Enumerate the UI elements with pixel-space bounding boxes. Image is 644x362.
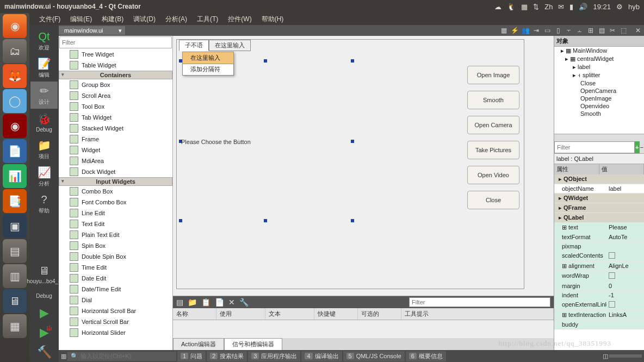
gear-icon[interactable]: ⚙ <box>616 3 623 11</box>
widget-item[interactable]: Scroll Area <box>59 90 172 101</box>
menu-file[interactable]: 文件(F) <box>35 14 65 25</box>
widget-item[interactable]: Horizontal Scroll Bar <box>59 305 172 316</box>
build-button[interactable]: 🔨 <box>30 342 58 362</box>
selection-handle[interactable] <box>264 219 267 222</box>
property-row[interactable]: ⊞ textInteractionFlagsLinksA <box>554 310 644 320</box>
property-row[interactable]: indent-1 <box>554 291 644 300</box>
widget-item[interactable]: Time Edit <box>59 262 172 273</box>
property-row[interactable]: textFormatAutoTe <box>554 233 644 242</box>
add-property-button[interactable]: + <box>635 141 640 153</box>
action-new-icon[interactable]: ▤ <box>176 298 183 307</box>
selection-handle[interactable] <box>351 219 354 222</box>
widget-item[interactable]: Date Edit <box>59 273 172 284</box>
tree-node[interactable]: ▸ ⫞ splitter <box>554 71 644 79</box>
property-row[interactable]: ⊞ textPlease <box>554 223 644 233</box>
launcher-app3-icon[interactable]: ▥ <box>3 264 27 288</box>
document-tab[interactable]: mainwindow.ui ▾ <box>59 26 125 35</box>
lang-indicator[interactable]: Zh <box>544 3 553 11</box>
menu-analyze[interactable]: 分析(A) <box>161 14 191 25</box>
object-tree-scrollbar[interactable] <box>554 134 644 141</box>
widget-item[interactable]: Dial <box>59 295 172 305</box>
widgetbox-filter-input[interactable] <box>59 36 172 48</box>
property-row[interactable]: openExternalLinks <box>554 300 644 310</box>
tool-vsplit-icon[interactable]: ⫠ <box>575 26 584 35</box>
locator[interactable]: 🔍 <box>67 352 176 361</box>
property-row[interactable]: buddy <box>554 320 644 329</box>
property-filter-input[interactable] <box>554 141 635 153</box>
design-canvas[interactable]: 子不语 在这里输入 在这里输入 添加分隔符 Please Choo <box>173 36 554 296</box>
widget-item[interactable]: Spin Box <box>59 240 172 251</box>
tool-hlayout-icon[interactable]: ▭ <box>543 26 552 35</box>
col-prop-value[interactable]: 值 <box>599 164 645 174</box>
calendar-icon[interactable]: ▦ <box>521 3 528 11</box>
action-paste-icon[interactable]: 📄 <box>215 298 224 307</box>
property-row[interactable]: objectNamelabel <box>554 184 644 194</box>
volume-icon[interactable]: 🔊 <box>579 3 587 11</box>
mode-edit[interactable]: 📝编辑 <box>30 54 58 82</box>
launcher-app-icon[interactable]: ◉ <box>3 114 27 138</box>
debug-run-button[interactable]: ▶🐞 <box>30 323 58 342</box>
property-row[interactable]: scaledContents <box>554 251 644 261</box>
run-button[interactable]: ▶ <box>30 303 58 323</box>
status-split-icon[interactable]: ◫ <box>603 353 608 360</box>
clock[interactable]: 19:21 <box>593 3 611 11</box>
tree-node[interactable]: Smooth <box>554 110 644 117</box>
widget-item[interactable]: Table Widget <box>59 60 172 71</box>
widget-item[interactable]: Group Box <box>59 79 172 90</box>
tree-node[interactable]: Openvideo <box>554 102 644 110</box>
widget-item[interactable]: Combo Box <box>59 186 172 197</box>
menu-widgets[interactable]: 控件(W) <box>224 14 256 25</box>
menu-edit[interactable]: 编辑(E) <box>66 14 96 25</box>
launcher-dash-icon[interactable]: ◉ <box>3 14 27 38</box>
kit-selector[interactable]: 🖥houyu...bo4_4 <box>30 261 58 288</box>
widget-item[interactable]: Line Edit <box>59 208 172 219</box>
tab-action-editor[interactable]: Action编辑器 <box>173 338 224 350</box>
property-row[interactable]: margin0 <box>554 282 644 291</box>
user-name[interactable]: hyb <box>628 3 640 11</box>
tree-node[interactable]: ▸ label <box>554 63 644 71</box>
property-section[interactable]: QWidget <box>554 194 644 203</box>
mode-help[interactable]: ?帮助 <box>30 190 58 217</box>
tree-node[interactable]: Close <box>554 79 644 87</box>
tool-signals-icon[interactable]: ⚡ <box>510 26 519 35</box>
menu-tools[interactable]: 工具(T) <box>193 14 222 25</box>
widget-item[interactable]: MdiArea <box>59 155 172 166</box>
mode-welcome[interactable]: Qt欢迎 <box>30 27 58 54</box>
property-row[interactable]: ⊞ alignmentAlignLe <box>554 261 644 271</box>
menu-popup-item[interactable]: 添加分隔符 <box>183 64 233 75</box>
widget-item[interactable]: Font Combo Box <box>59 197 172 208</box>
form-label[interactable]: Please Choose the Button <box>181 139 251 145</box>
tree-node[interactable]: OpenImage <box>554 95 644 102</box>
launcher-files-icon[interactable]: 🗂 <box>3 39 27 63</box>
output-pane-tab[interactable]: 3应用程序输出 <box>248 351 300 361</box>
mode-debug[interactable]: 🐞Debug <box>30 109 58 136</box>
tool-form-icon[interactable]: ▤ <box>597 26 606 35</box>
widget-item[interactable]: Frame <box>59 134 172 145</box>
widget-item[interactable]: Horizontal Slider <box>59 327 172 338</box>
widget-item[interactable]: Plain Text Edit <box>59 229 172 240</box>
tool-edit-widgets-icon[interactable]: ▦ <box>499 26 508 35</box>
action-filter-input[interactable] <box>409 297 550 307</box>
menu-help[interactable]: 帮助(H) <box>257 14 288 25</box>
menu-debug[interactable]: 调试(D) <box>129 14 160 25</box>
tool-adjust-icon[interactable]: ⬚ <box>619 26 628 35</box>
launcher-chromium-icon[interactable]: ◯ <box>3 89 27 113</box>
tool-buddies-icon[interactable]: 👥 <box>521 26 530 35</box>
form-menu-tab[interactable]: 子不语 <box>179 40 209 51</box>
launcher-display-icon[interactable]: 🖥 <box>3 289 27 313</box>
penguin-icon[interactable]: 🐧 <box>507 3 516 11</box>
launcher-app2-icon[interactable]: ▤ <box>3 239 27 263</box>
selection-handle[interactable] <box>179 59 182 63</box>
launcher-impress-icon[interactable]: 📑 <box>3 189 27 213</box>
widget-item[interactable]: Vertical Scroll Bar <box>59 316 172 327</box>
form-button-open-camera[interactable]: Open Camera <box>467 116 519 134</box>
form-mainwindow[interactable]: 子不语 在这里输入 在这里输入 添加分隔符 Please Choo <box>176 39 524 289</box>
dropdown-icon[interactable]: ▾ <box>119 27 122 34</box>
launcher-app4-icon[interactable]: ▦ <box>3 314 27 338</box>
col-shortcut[interactable]: 快捷键 <box>314 308 358 320</box>
action-copy-icon[interactable]: 📋 <box>201 298 210 307</box>
widget-item[interactable]: Text Edit <box>59 219 172 229</box>
selection-handle[interactable] <box>351 59 354 63</box>
widget-item[interactable]: Widget <box>59 145 172 155</box>
cloud-icon[interactable]: ☁ <box>494 3 501 11</box>
